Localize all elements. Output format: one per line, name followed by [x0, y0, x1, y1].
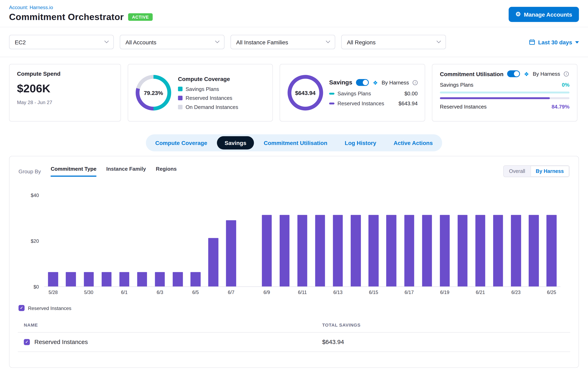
x-tick-6/16 [382, 290, 400, 295]
toggle-knob [363, 80, 368, 85]
bar-6/12[interactable] [315, 215, 325, 286]
on-demand-swatch [178, 105, 182, 109]
accounts-filter-select[interactable]: All Accounts [120, 35, 224, 49]
row-name: Reserved Instances [34, 339, 88, 346]
bar-6/20[interactable] [458, 215, 467, 286]
tab-compute-coverage[interactable]: Compute Coverage [148, 136, 215, 149]
row-checkbox[interactable]: ✓ [24, 339, 30, 345]
bar-6/19[interactable] [440, 215, 450, 286]
bar-5/31[interactable] [101, 272, 111, 286]
table-row-reserved-instances[interactable]: ✓ Reserved Instances $643.94 [18, 332, 570, 352]
instance-families-filter-value: All Instance Families [236, 39, 288, 45]
column-header-name: NAME [18, 318, 316, 332]
segment-by-harness[interactable]: By Harness [530, 166, 569, 177]
bar-slot-6/20 [454, 195, 472, 286]
bar-6/25[interactable] [546, 215, 556, 286]
harness-logo-icon: ❖ [373, 80, 378, 85]
bar-5/28[interactable] [48, 272, 58, 286]
caret-down-icon [575, 41, 579, 44]
bar-6/11[interactable] [298, 215, 307, 286]
date-range-picker[interactable]: Last 30 days [529, 39, 579, 45]
bar-6/2[interactable] [137, 272, 147, 286]
x-tick-6/23: 6/23 [507, 290, 525, 295]
bar-6/9[interactable] [262, 215, 272, 286]
bar-6/23[interactable] [511, 215, 521, 286]
utilisation-by-harness-toggle[interactable] [507, 71, 520, 77]
bar-6/7[interactable] [226, 220, 236, 286]
tab-commitment-utilisation[interactable]: Commitment Utilisation [256, 136, 335, 149]
group-tab-instance-family[interactable]: Instance Family [106, 166, 146, 177]
segment-overall[interactable]: Overall [504, 166, 530, 177]
tab-log-history[interactable]: Log History [337, 136, 384, 149]
bar-6/14[interactable] [351, 215, 361, 286]
savings-bar-chart: $40 $20 $0 5/285/306/16/36/56/76/96/116/… [17, 195, 571, 295]
bar-slot-6/21 [472, 195, 489, 286]
legend-checkbox-reserved-instances[interactable]: ✓ [19, 305, 25, 311]
group-tab-commitment-type[interactable]: Commitment Type [51, 166, 96, 177]
bar-slot-6/19 [436, 195, 454, 286]
by-harness-label: By Harness [382, 79, 409, 85]
x-tick-5/29 [62, 290, 80, 295]
instance-families-filter-select[interactable]: All Instance Families [231, 35, 335, 49]
bar-slot-5/29 [62, 195, 80, 286]
info-icon[interactable]: i [413, 80, 418, 85]
tab-active-actions[interactable]: Active Actions [386, 136, 440, 149]
savings-info: Savings ❖ By Harness i Savings Plans $0.… [329, 79, 418, 106]
savings-row-reserved-instances: Reserved Instances $643.94 [329, 100, 418, 106]
bar-6/13[interactable] [333, 215, 343, 286]
compute-coverage-info: Compute Coverage Savings Plans Reserved … [178, 75, 238, 110]
bar-6/24[interactable] [529, 215, 539, 286]
legend-item-savings-plans: Savings Plans [178, 86, 238, 92]
bar-6/15[interactable] [369, 215, 378, 286]
legend-item-on-demand: On Demand Instances [178, 104, 238, 110]
bar-6/16[interactable] [386, 215, 396, 286]
page-header: Account: Harness.io Commitment Orchestra… [0, 0, 588, 27]
bar-6/17[interactable] [404, 215, 414, 286]
utilisation-row-reserved-instances: Reserved Instances 84.79% [440, 104, 569, 110]
legend-item-reserved-instances: Reserved Instances [178, 95, 238, 101]
x-tick-6/5: 6/5 [187, 290, 204, 295]
bar-slot-5/28 [44, 195, 62, 286]
chevron-down-icon [104, 39, 109, 43]
bar-slot-6/17 [400, 195, 418, 286]
savings-plans-progress-track [440, 92, 569, 93]
bar-6/21[interactable] [475, 215, 485, 286]
bar-slot-6/24 [525, 195, 543, 286]
bar-6/22[interactable] [493, 215, 503, 286]
page-title: Commitment Orchestrator [9, 12, 124, 22]
bar-6/3[interactable] [155, 272, 165, 286]
bar-6/18[interactable] [422, 215, 432, 286]
compute-spend-value: $206K [17, 82, 113, 95]
x-tick-6/22 [489, 290, 507, 295]
bar-slot-5/30 [80, 195, 98, 286]
toggle-knob [514, 71, 519, 76]
info-icon[interactable]: i [564, 71, 569, 76]
bar-6/1[interactable] [119, 272, 129, 286]
filter-bar: EC2 All Accounts All Instance Families A… [0, 27, 588, 57]
bar-6/10[interactable] [280, 215, 289, 286]
bar-6/5[interactable] [190, 272, 200, 286]
x-tick-6/3: 6/3 [151, 290, 169, 295]
account-breadcrumb-link[interactable]: Account: Harness.io [9, 4, 53, 10]
regions-filter-select[interactable]: All Regions [341, 35, 446, 49]
x-tick-5/31 [98, 290, 115, 295]
bar-6/4[interactable] [173, 272, 183, 286]
x-tick-6/13: 6/13 [329, 290, 347, 295]
service-filter-select[interactable]: EC2 [9, 35, 114, 49]
tab-savings[interactable]: Savings [217, 136, 254, 149]
savings-by-harness-toggle[interactable] [356, 79, 369, 86]
bar-slot-6/10 [276, 195, 293, 286]
chart-plot-area: 5/285/306/16/36/56/76/96/116/136/156/176… [44, 195, 561, 295]
bar-5/30[interactable] [84, 272, 94, 286]
date-range-value: Last 30 days [538, 39, 572, 45]
bar-slot-6/22 [489, 195, 507, 286]
manage-accounts-button[interactable]: ⚙ Manage Accounts [509, 7, 579, 22]
bar-slot-6/8 [240, 195, 258, 286]
chart-x-axis: 5/285/306/16/36/56/76/96/116/136/156/176… [44, 290, 561, 295]
bar-slot-6/5 [187, 195, 204, 286]
bar-6/6[interactable] [208, 238, 218, 286]
bar-5/29[interactable] [66, 272, 76, 286]
group-tab-regions[interactable]: Regions [156, 166, 177, 177]
accounts-filter-value: All Accounts [125, 39, 156, 45]
check-icon: ✓ [20, 306, 23, 310]
